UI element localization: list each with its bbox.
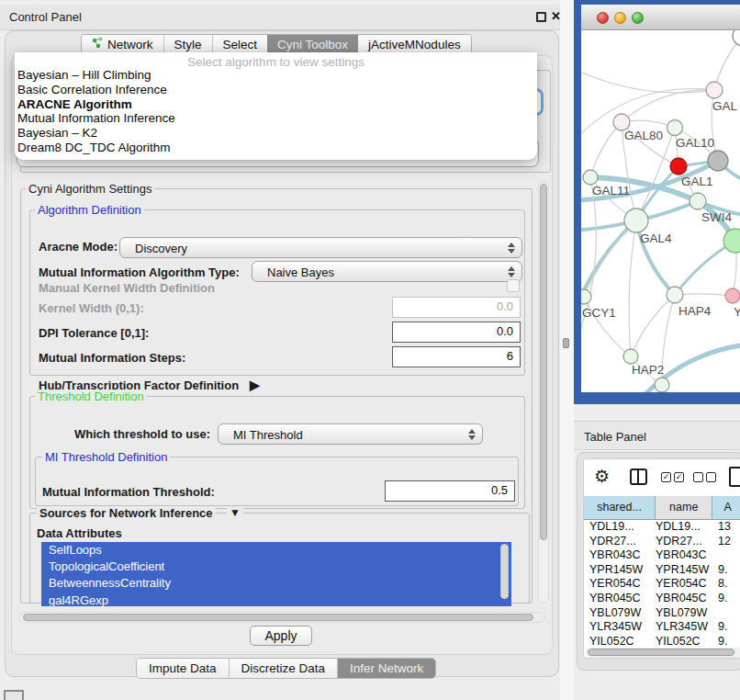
- screen: Control Panel ✕ NetworkStyleSelectCyni T…: [0, 0, 740, 700]
- dropdown-item[interactable]: ARACNE Algorithm: [15, 97, 537, 112]
- aracne-mode-combobox[interactable]: Discovery: [119, 237, 522, 258]
- network-canvas[interactable]: GALGAL80GAL10GAL1GAL11SWI4GAL4GCY1HAP4YH…: [581, 30, 740, 392]
- table-scrollbar-thumb[interactable]: [588, 649, 734, 656]
- dpi-tolerance-field[interactable]: 0.0: [392, 322, 521, 343]
- attribute-list-item[interactable]: SelfLoops: [41, 542, 511, 559]
- network-edge[interactable]: [629, 220, 636, 356]
- select-all-checkboxes-icon[interactable]: ✓✓: [661, 472, 684, 482]
- data-attributes-list[interactable]: SelfLoopsTopologicalCoefficientBetweenne…: [41, 542, 511, 606]
- float-window-icon[interactable]: [536, 12, 546, 22]
- network-edge[interactable]: [581, 177, 596, 347]
- vertical-scrollbar-thumb[interactable]: [540, 184, 547, 540]
- tab-cyni-toolbox[interactable]: Cyni Toolbox: [267, 35, 358, 53]
- close-traffic-light-icon[interactable]: [597, 12, 609, 24]
- table-cell: YBL079W: [656, 606, 707, 621]
- table-cell: YLR345W: [589, 620, 642, 635]
- manual-kernel-width-checkbox[interactable]: [507, 279, 520, 292]
- kernel-width-field[interactable]: 0.0: [392, 297, 521, 318]
- node-gray[interactable]: [708, 151, 728, 171]
- node-gal10[interactable]: [667, 120, 683, 136]
- column-header-2[interactable]: name: [656, 496, 712, 519]
- algorithm-dropdown-popup: Select algorithm to view settings Bayesi…: [15, 52, 537, 160]
- node-label-gal4: GAL4: [640, 231, 672, 245]
- apply-button[interactable]: Apply: [250, 626, 312, 646]
- attribute-list-item[interactable]: gal4RGexp: [41, 593, 511, 606]
- table-cell: 9.: [718, 563, 727, 578]
- table-row[interactable]: YBR043CYBR043C: [584, 548, 740, 563]
- tab-network[interactable]: Network: [82, 35, 163, 53]
- tab-jactivemnodules[interactable]: jActiveMNodules: [358, 35, 471, 53]
- tab-style[interactable]: Style: [163, 35, 212, 53]
- node-swi4[interactable]: [690, 193, 706, 209]
- deselect-all-checkboxes-icon[interactable]: [693, 472, 716, 482]
- tab-label: jActiveMNodules: [368, 38, 461, 51]
- table-row[interactable]: YLR345WYLR345W9.: [584, 620, 740, 635]
- divider-grip-icon[interactable]: [563, 338, 569, 348]
- table-row[interactable]: YDR27...YDR27...12: [584, 535, 740, 549]
- table-row[interactable]: YIL052CYIL052C9.: [584, 635, 740, 648]
- collapse-arrow-icon[interactable]: ▼: [227, 506, 243, 519]
- node-gal11[interactable]: [583, 170, 598, 185]
- split-divider[interactable]: [560, 0, 574, 700]
- tab-label: Style: [174, 38, 202, 51]
- tab-label: Cyni Toolbox: [277, 38, 348, 51]
- table-horizontal-scrollbar[interactable]: [586, 648, 740, 658]
- node-label-swi4: SWI4: [701, 210, 732, 224]
- expand-arrow-icon[interactable]: ▶: [250, 378, 260, 392]
- column-header-1[interactable]: shared...: [584, 496, 656, 519]
- dropdown-item[interactable]: Basic Correlation Inference: [15, 83, 537, 97]
- combo-stepper-icon: [508, 243, 515, 254]
- network-edge[interactable]: [622, 90, 714, 122]
- dropdown-item[interactable]: Mutual Information Inference: [15, 111, 537, 126]
- gear-icon[interactable]: ⚙: [594, 466, 610, 487]
- mi-threshold-field[interactable]: 0.5: [385, 480, 515, 502]
- column-browser-icon[interactable]: [630, 469, 647, 485]
- network-window-titlebar[interactable]: [581, 5, 740, 30]
- node-red[interactable]: [670, 158, 687, 175]
- bottom-tabbar: Impute DataDiscretize DataInfer Network: [136, 658, 436, 679]
- zoom-traffic-light-icon[interactable]: [632, 12, 644, 24]
- node-gal_pink[interactable]: [706, 82, 723, 98]
- table-row[interactable]: YPR145WYPR145W9.: [584, 563, 740, 578]
- node-pink_y[interactable]: [725, 288, 740, 303]
- control-panel-title: Control Panel: [9, 10, 82, 24]
- table-panel-titlebar: Table Panel: [574, 421, 740, 450]
- node-top_outline[interactable]: [733, 30, 740, 46]
- mi-steps-field[interactable]: 6: [392, 346, 521, 367]
- table-cell: 9.: [718, 620, 727, 635]
- bottom-tab-impute-data[interactable]: Impute Data: [137, 659, 229, 678]
- node-hap2[interactable]: [623, 349, 638, 364]
- network-edge[interactable]: [590, 122, 622, 177]
- dropdown-item[interactable]: Bayesian – K2: [15, 126, 537, 141]
- bottom-tab-discretize-data[interactable]: Discretize Data: [229, 659, 338, 678]
- node-hap4[interactable]: [667, 287, 683, 303]
- dropdown-item[interactable]: Dream8 DC_TDC Algorithm: [15, 141, 537, 155]
- node-label-gcy1: GCY1: [582, 306, 616, 320]
- node-gcy1[interactable]: [581, 289, 591, 304]
- tab-select[interactable]: Select: [212, 35, 268, 53]
- minimize-traffic-light-icon[interactable]: [614, 12, 626, 24]
- node-green_big[interactable]: [723, 229, 740, 253]
- attribute-list-item[interactable]: BetweennessCentrality: [41, 575, 511, 592]
- list-scrollbar-thumb[interactable]: [500, 544, 509, 599]
- control-panel-tabbar: NetworkStyleSelectCyni ToolboxjActiveMNo…: [81, 34, 472, 54]
- network-edge[interactable]: [631, 295, 675, 356]
- node-bottom[interactable]: [655, 378, 669, 392]
- mi-algorithm-type-combobox[interactable]: Naive Bayes: [252, 261, 522, 282]
- column-header-3[interactable]: A: [712, 496, 740, 519]
- attribute-list-item[interactable]: TopologicalCoefficient: [41, 559, 511, 575]
- table-row[interactable]: YER054CYER054C8.: [584, 577, 740, 592]
- dropdown-item[interactable]: Bayesian – Hill Climbing: [15, 68, 537, 83]
- which-threshold-combobox[interactable]: MI Threshold: [218, 423, 483, 445]
- table-row[interactable]: YBR045CYBR045C9.: [584, 592, 740, 606]
- settings-vertical-scrollbar[interactable]: [538, 181, 549, 604]
- settings-horizontal-scrollbar[interactable]: [18, 612, 545, 623]
- table-row[interactable]: YDL19...YDL19...13: [584, 520, 740, 535]
- bottom-tab-infer-network[interactable]: Infer Network: [337, 659, 435, 678]
- mini-panel-button[interactable]: [4, 690, 24, 700]
- node-gal4[interactable]: [624, 209, 648, 232]
- kernel-width-label: Kernel Width (0,1):: [39, 301, 144, 315]
- table-row[interactable]: YBL079WYBL079W: [584, 606, 740, 621]
- document-icon[interactable]: [729, 467, 740, 487]
- horizontal-scrollbar-thumb[interactable]: [23, 614, 533, 621]
